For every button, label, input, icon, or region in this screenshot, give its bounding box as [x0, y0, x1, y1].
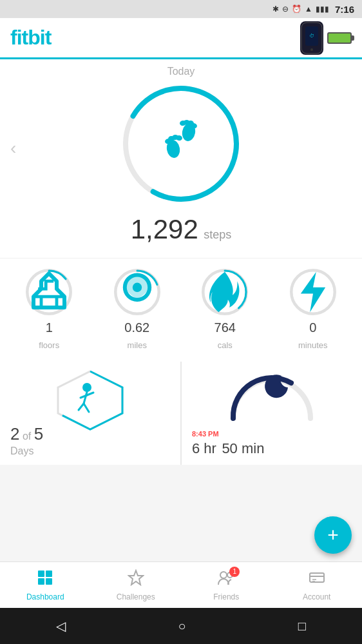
- bluetooth-icon: ✱: [272, 5, 279, 14]
- sleep-arc: [182, 367, 362, 425]
- exercise-shield-icon: [52, 368, 129, 435]
- cals-circle: [202, 269, 248, 315]
- dashboard-label: Dashboard: [26, 592, 64, 601]
- steps-value: 1,292: [131, 214, 198, 244]
- account-icon: [309, 569, 325, 590]
- back-button[interactable]: ◁: [56, 618, 66, 634]
- exercise-card[interactable]: 2 of 5 Days: [0, 362, 180, 465]
- sleep-minutes: 50 min: [222, 440, 264, 456]
- stat-miles: 0.62 miles: [114, 269, 160, 350]
- footsteps-icon: [155, 117, 207, 171]
- minutes-value: 0: [309, 320, 316, 335]
- friends-label: Friends: [213, 592, 239, 601]
- status-icons: ✱ ⊖ ⏰ ▲ ▮▮▮ 7:16: [272, 4, 354, 15]
- svg-line-36: [87, 393, 93, 395]
- fitbit-logo: fitbit: [10, 26, 51, 50]
- nav-challenges[interactable]: Challenges: [91, 562, 182, 608]
- today-section: Today ‹: [0, 59, 362, 258]
- miles-label: miles: [128, 340, 147, 350]
- cals-label: cals: [218, 340, 233, 350]
- status-bar: ✱ ⊖ ⏰ ▲ ▮▮▮ 7:16: [0, 0, 362, 18]
- steps-circle: [120, 83, 242, 205]
- minutes-circle: [290, 269, 336, 315]
- prev-day-button[interactable]: ‹: [10, 138, 16, 159]
- svg-rect-39: [46, 571, 52, 577]
- svg-marker-30: [58, 371, 122, 429]
- bottom-nav: Dashboard Challenges 1 Friends: [0, 561, 362, 608]
- today-label: Today: [0, 66, 362, 77]
- challenges-icon: [128, 569, 144, 590]
- app-header: fitbit ⏱: [0, 18, 362, 59]
- signal-icon: ▲: [305, 5, 312, 14]
- svg-marker-42: [129, 571, 143, 585]
- stat-minutes: 0 minutes: [290, 269, 336, 350]
- friends-icon: 1: [218, 569, 234, 590]
- svg-line-33: [84, 392, 87, 404]
- svg-rect-45: [310, 573, 324, 582]
- steps-row: ‹: [0, 83, 362, 214]
- sleep-card[interactable]: 8:43 PM 6 hr 50 min: [182, 362, 362, 465]
- svg-marker-31: [58, 371, 122, 429]
- alarm-icon: ⏰: [292, 5, 301, 14]
- cards-section: 2 of 5 Days 8:43 PM 6 hr 5: [0, 362, 362, 465]
- steps-display: 1,292 steps: [0, 214, 362, 245]
- exercise-progress: 2 of 5 Days: [10, 424, 43, 457]
- miles-value: 0.62: [124, 320, 149, 335]
- friends-badge: 1: [229, 567, 240, 577]
- svg-point-43: [220, 572, 227, 578]
- exercise-total: 5: [34, 424, 43, 444]
- dashboard-icon: [37, 569, 53, 590]
- account-label: Account: [303, 592, 330, 601]
- exercise-unit: Days: [10, 445, 43, 457]
- svg-rect-41: [46, 578, 52, 585]
- svg-point-32: [82, 383, 91, 392]
- add-log-button[interactable]: +: [314, 516, 352, 554]
- status-time: 7:16: [335, 4, 354, 15]
- sleep-hours: 6 hr: [192, 440, 216, 456]
- floors-label: floors: [39, 340, 59, 350]
- svg-rect-40: [38, 578, 44, 585]
- main-content: Today ‹: [0, 59, 362, 465]
- svg-text:⏱: ⏱: [309, 33, 314, 39]
- stat-floors: 1 floors: [26, 269, 72, 350]
- system-nav: ◁ ○ □: [0, 608, 362, 644]
- svg-rect-38: [38, 571, 44, 577]
- stats-row: 1 floors 0.62: [0, 258, 362, 360]
- sleep-bedtime: 8:43 PM: [192, 430, 219, 438]
- svg-point-3: [310, 48, 313, 51]
- cals-value: 764: [214, 320, 236, 335]
- stat-cals: 764 cals: [202, 269, 248, 350]
- home-button[interactable]: ○: [178, 619, 186, 634]
- device-container: ⏱: [300, 21, 352, 55]
- nav-friends[interactable]: 1 Friends: [181, 562, 272, 608]
- svg-line-34: [79, 404, 84, 410]
- svg-line-35: [84, 404, 89, 412]
- battery-icon: ▮▮▮: [316, 5, 329, 14]
- svg-marker-29: [301, 272, 325, 312]
- exercise-of: of: [23, 431, 31, 442]
- minus-circle-icon: ⊖: [282, 5, 289, 14]
- sleep-duration: 6 hr 50 min: [192, 440, 264, 457]
- exercise-current: 2: [10, 424, 19, 444]
- floors-circle: [26, 269, 72, 315]
- challenges-label: Challenges: [117, 592, 155, 601]
- minutes-label: minutes: [298, 340, 328, 350]
- miles-circle: [114, 269, 160, 315]
- nav-account[interactable]: Account: [272, 562, 363, 608]
- steps-unit: steps: [204, 228, 231, 241]
- nav-dashboard[interactable]: Dashboard: [0, 562, 91, 608]
- floors-value: 1: [46, 320, 53, 335]
- recent-button[interactable]: □: [298, 619, 306, 634]
- device-image: ⏱: [300, 21, 323, 55]
- device-battery: [327, 32, 352, 44]
